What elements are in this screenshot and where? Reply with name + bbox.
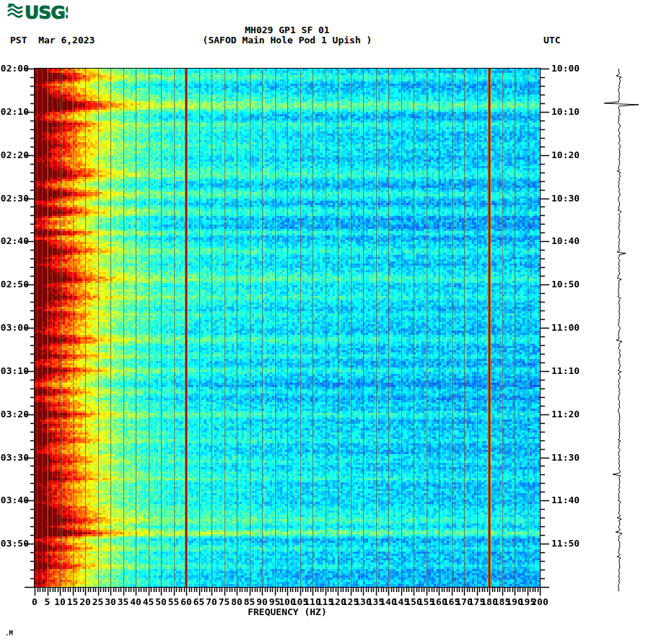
utc-tick-label: 10:30 <box>551 193 587 204</box>
utc-tick-label: 10:50 <box>551 279 587 290</box>
pst-tick-label: 02:20 <box>0 149 29 160</box>
freq-tick-label: 200 <box>527 596 553 607</box>
page: USGS PST Mar 6,2023 MH029 GP1 SF 01 (SAF… <box>0 0 651 644</box>
pst-tick-label: 03:30 <box>0 452 29 463</box>
pst-tick-label: 02:10 <box>0 106 29 117</box>
pst-tick-label: 03:50 <box>0 538 29 549</box>
pst-tick-label: 03:00 <box>0 322 29 333</box>
pst-tick-label: 02:30 <box>0 193 29 204</box>
utc-tick-label: 10:00 <box>551 63 587 74</box>
utc-tick-label: 11:20 <box>551 409 587 419</box>
utc-tick-label: 11:40 <box>551 495 587 505</box>
pst-tick-label: 03:40 <box>0 495 29 505</box>
utc-tick-label: 11:00 <box>551 322 587 333</box>
utc-tick-label: 11:30 <box>551 452 587 463</box>
pst-tick-label: 03:10 <box>0 365 29 376</box>
footer-note: .M <box>5 630 13 637</box>
utc-tick-label: 10:40 <box>551 235 587 246</box>
pst-tick-label: 02:40 <box>0 235 29 246</box>
utc-tick-label: 10:20 <box>551 149 587 160</box>
utc-tick-label: 11:10 <box>551 365 587 376</box>
utc-tick-label: 10:10 <box>551 106 587 117</box>
pst-tick-label: 02:00 <box>0 63 29 74</box>
pst-tick-label: 03:20 <box>0 409 29 419</box>
utc-tick-label: 11:50 <box>551 538 587 549</box>
x-axis-title: FREQUENCY (HZ) <box>35 606 540 617</box>
pst-tick-label: 02:50 <box>0 279 29 290</box>
seismogram-trace <box>604 69 639 591</box>
